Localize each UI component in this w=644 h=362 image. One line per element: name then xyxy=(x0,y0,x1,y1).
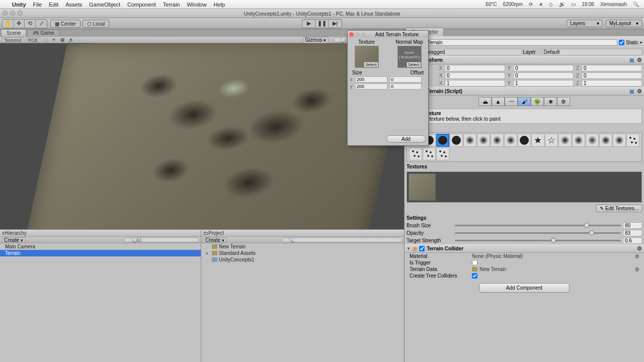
component-settings-icon[interactable]: ⚙ xyxy=(637,57,642,63)
rotate-tool-button[interactable]: ⟲ xyxy=(25,20,36,28)
menu-gameobject[interactable]: GameObject xyxy=(89,2,120,8)
project-item-new-terrain[interactable]: New Terrain xyxy=(201,243,404,250)
scale-y-input[interactable] xyxy=(513,80,574,86)
bluetooth-icon[interactable]: ∗ xyxy=(539,2,543,7)
game-tab[interactable]: 🎮 Game xyxy=(27,29,59,36)
normalmap-slot[interactable]: None (Texture2D) Select xyxy=(397,46,422,68)
brush-noise-3[interactable] xyxy=(491,134,504,147)
component-settings-icon[interactable]: ⚙ xyxy=(637,88,642,95)
project-create-button[interactable]: Create ▾ xyxy=(203,237,227,242)
brush-dots-1[interactable] xyxy=(626,134,639,147)
place-trees-button[interactable]: 🌳 xyxy=(531,97,544,106)
pivot-center-button[interactable]: ▦ Center xyxy=(50,20,80,28)
wifi-icon[interactable]: ◇ xyxy=(549,2,553,7)
play-button[interactable]: ▶ xyxy=(302,20,315,28)
dialog-add-button[interactable]: Add xyxy=(386,135,426,143)
menu-terrain[interactable]: Terrain xyxy=(163,2,180,8)
object-picker-icon[interactable]: ⊙ xyxy=(635,253,639,259)
dialog-close-icon[interactable] xyxy=(349,32,354,37)
scale-z-input[interactable] xyxy=(582,80,642,86)
menubar-user[interactable]: Xenosmash xyxy=(600,2,627,7)
brush-hard-3[interactable] xyxy=(518,134,531,147)
hierarchy-create-button[interactable]: Create ▾ xyxy=(2,237,26,242)
smooth-height-button[interactable]: 〰 xyxy=(505,97,518,106)
layout-dropdown[interactable]: MyLayout▾ xyxy=(606,20,642,27)
material-field[interactable]: None (Physic Material) xyxy=(472,253,523,259)
scale-x-input[interactable] xyxy=(445,80,505,86)
rotation-x-input[interactable] xyxy=(445,72,505,79)
static-checkbox[interactable] xyxy=(619,40,624,45)
size-y-input[interactable] xyxy=(355,83,387,89)
spotlight-icon[interactable]: 🔍 xyxy=(633,2,639,7)
dialog-zoom-icon[interactable] xyxy=(361,32,366,37)
close-window-icon[interactable] xyxy=(3,11,8,16)
terrain-collider-header[interactable]: ▼▦ Terrain Collider ⚙ xyxy=(405,244,644,253)
opacity-value[interactable] xyxy=(623,230,642,236)
menu-file[interactable]: File xyxy=(33,2,42,8)
hierarchy-item-terrain[interactable]: Terrain xyxy=(0,250,201,256)
object-picker-icon[interactable]: ⊙ xyxy=(635,266,639,272)
brush-hard-2[interactable] xyxy=(450,134,463,147)
component-settings-icon[interactable]: ⚙ xyxy=(637,245,642,252)
collider-enabled-checkbox[interactable] xyxy=(419,246,425,251)
brush-star-outline[interactable] xyxy=(545,134,558,147)
brush-dots-4[interactable] xyxy=(436,147,449,160)
paint-height-button[interactable]: ▲ xyxy=(492,97,505,106)
dialog-minimize-icon[interactable] xyxy=(355,32,360,37)
add-component-button[interactable]: Add Component xyxy=(479,283,570,293)
scene-2d-toggle[interactable]: ⬚ xyxy=(42,37,49,43)
layer-dropdown[interactable]: Default xyxy=(542,49,642,55)
brush-dots-3[interactable] xyxy=(423,147,436,160)
menu-help[interactable]: Help xyxy=(214,2,225,8)
pause-button[interactable]: ❚❚ xyxy=(315,20,329,28)
terrain-data-field[interactable]: New Terrain xyxy=(479,266,506,272)
project-item-unityconcepts1[interactable]: UnityConcepts1 xyxy=(201,256,404,263)
layers-dropdown[interactable]: Layers▾ xyxy=(567,20,603,27)
menu-assets[interactable]: Assets xyxy=(65,2,82,8)
hierarchy-search-input[interactable]: 🔍All xyxy=(124,237,199,242)
transform-component-header[interactable]: ▼⧉ Transform ▣ ⚙ xyxy=(405,56,644,64)
menu-window[interactable]: Window xyxy=(187,2,206,8)
brush-noise-1[interactable] xyxy=(463,134,476,147)
brush-noise-8[interactable] xyxy=(613,134,626,147)
normalmap-select-button[interactable]: Select xyxy=(407,62,421,67)
offset-x-input[interactable] xyxy=(389,76,422,82)
menu-edit[interactable]: Edit xyxy=(49,2,58,8)
project-search-input[interactable]: 🔍 xyxy=(282,237,403,242)
project-item-standard-assets[interactable]: ▸Standard Assets xyxy=(201,250,404,256)
gameobject-name-input[interactable] xyxy=(425,39,617,46)
opacity-slider[interactable] xyxy=(455,232,621,234)
brush-noise-5[interactable] xyxy=(558,134,572,147)
tag-dropdown[interactable]: Untagged xyxy=(421,49,522,55)
position-x-input[interactable] xyxy=(445,65,505,71)
brush-noise-7[interactable] xyxy=(599,134,612,147)
menu-component[interactable]: Component xyxy=(127,2,156,8)
is-trigger-checkbox[interactable] xyxy=(472,260,477,265)
scale-tool-button[interactable]: ⤢ xyxy=(36,20,47,28)
hand-tool-button[interactable]: ✋ xyxy=(3,20,14,28)
brush-noise-2[interactable] xyxy=(477,134,490,147)
local-global-button[interactable]: ⬡ Local xyxy=(83,20,110,28)
traffic-lights[interactable] xyxy=(3,11,23,16)
size-x-input[interactable] xyxy=(355,76,387,82)
texture-select-button[interactable]: Select xyxy=(364,62,378,67)
rotation-y-input[interactable] xyxy=(513,72,574,79)
minimize-window-icon[interactable] xyxy=(10,11,15,16)
brush-noise-6[interactable] xyxy=(572,134,585,147)
create-tree-colliders-checkbox[interactable] xyxy=(472,273,477,279)
brush-size-slider[interactable] xyxy=(455,225,621,226)
sync-icon[interactable]: ⟳ xyxy=(529,2,533,7)
brush-hard-1[interactable] xyxy=(436,134,449,147)
step-button[interactable]: ▶| xyxy=(329,20,342,28)
brush-size-value[interactable] xyxy=(623,222,642,229)
help-icon[interactable]: ▣ xyxy=(629,57,634,63)
target-strength-value[interactable] xyxy=(623,237,642,244)
render-mode-dropdown[interactable]: RGB xyxy=(26,37,41,43)
hierarchy-item-main-camera[interactable]: Main Camera xyxy=(0,243,201,250)
raise-lower-terrain-button[interactable]: ⛰ xyxy=(478,97,492,106)
terrain-component-header[interactable]: ▼▦ Terrain (Script) ▣ ⚙ xyxy=(405,87,644,96)
edit-textures-button[interactable]: ✎ Edit Textures... xyxy=(596,205,642,212)
brush-soft-3[interactable] xyxy=(586,134,599,147)
gizmos-dropdown[interactable]: Gizmos ▾ xyxy=(303,37,329,43)
paint-texture-button[interactable]: 🖌 xyxy=(518,97,531,106)
